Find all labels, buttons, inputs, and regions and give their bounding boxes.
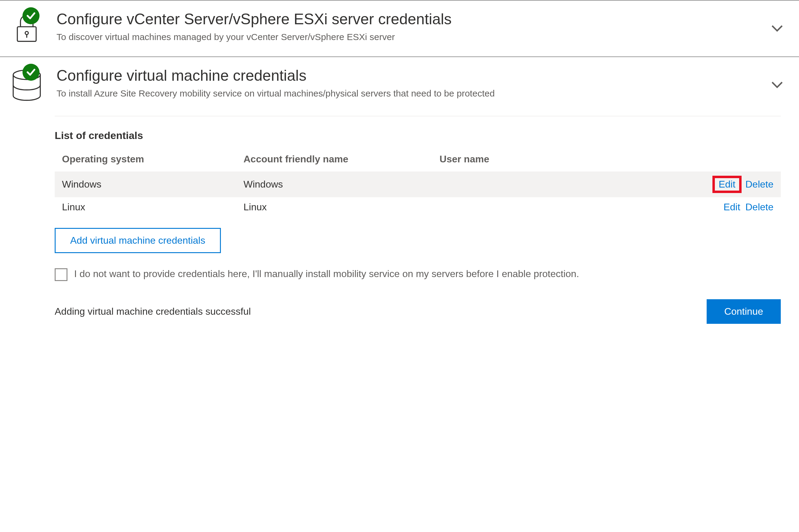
table-row: Linux Linux Edit Delete	[55, 197, 781, 217]
section-title: Configure vCenter Server/vSphere ESXi se…	[56, 10, 760, 28]
chevron-down-icon[interactable]	[769, 76, 790, 95]
section-desc: To discover virtual machines managed by …	[56, 31, 634, 43]
edit-button[interactable]: Edit	[723, 202, 740, 212]
section-vcenter-credentials[interactable]: Configure vCenter Server/vSphere ESXi se…	[0, 0, 799, 56]
opt-out-text: I do not want to provide credentials her…	[74, 267, 579, 281]
col-os: Operating system	[55, 149, 236, 171]
table-row: Windows Windows Edit Delete	[55, 171, 781, 197]
check-badge-icon	[22, 64, 39, 81]
status-message: Adding virtual machine credentials succe…	[55, 306, 251, 317]
padlock-icon	[5, 10, 48, 45]
delete-button[interactable]: Delete	[746, 179, 774, 190]
credentials-list-header: List of credentials	[55, 130, 781, 141]
section-vm-credentials[interactable]: Configure virtual machine credentials To…	[0, 56, 799, 116]
col-friendly: Account friendly name	[236, 149, 432, 171]
col-user: User name	[432, 149, 636, 171]
edit-button[interactable]: Edit	[712, 176, 741, 193]
chevron-down-icon[interactable]	[769, 19, 790, 39]
section-title: Configure virtual machine credentials	[56, 67, 760, 84]
add-vm-credentials-button[interactable]: Add virtual machine credentials	[55, 228, 221, 253]
delete-button[interactable]: Delete	[746, 202, 774, 212]
section-desc: To install Azure Site Recovery mobility …	[56, 88, 634, 100]
svg-point-1	[25, 32, 28, 35]
continue-button[interactable]: Continue	[707, 299, 781, 324]
opt-out-checkbox[interactable]	[55, 268, 68, 281]
check-badge-icon	[22, 7, 39, 24]
database-icon	[5, 67, 48, 105]
credentials-table: Operating system Account friendly name U…	[55, 149, 781, 217]
opt-out-row: I do not want to provide credentials her…	[55, 267, 662, 281]
vm-credentials-content: List of credentials Operating system Acc…	[55, 116, 781, 336]
